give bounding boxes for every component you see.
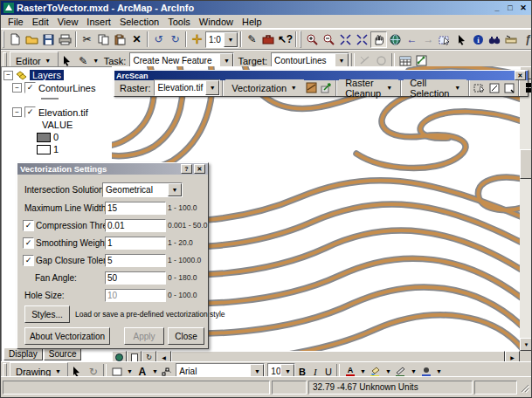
styles-button[interactable]: Styles... <box>24 305 70 323</box>
floppy-disk-icon <box>43 34 54 45</box>
full-extent-button[interactable] <box>387 31 404 48</box>
dialog-close-button[interactable]: Close <box>168 327 204 345</box>
gap-closure-input[interactable] <box>105 254 166 267</box>
toc-item-layers[interactable]: Layers <box>30 70 64 80</box>
chevron-down-icon[interactable]: ▼ <box>224 32 238 47</box>
dialog-help-button[interactable]: ? <box>181 164 192 174</box>
erase-cells-button[interactable] <box>487 81 501 94</box>
close-button[interactable]: ✕ <box>517 3 529 13</box>
about-vectorization-button[interactable]: About Vectorization <box>24 327 110 345</box>
toolbar-separator <box>147 31 149 47</box>
resize-grip-icon[interactable] <box>519 382 529 393</box>
raster-class-0-swatch[interactable] <box>37 133 51 142</box>
add-data-button[interactable]: ✛ <box>189 31 205 48</box>
undo-button[interactable]: ↺ <box>150 31 167 48</box>
compression-threshold-checkbox[interactable]: ✓ <box>23 220 34 231</box>
fan-angle-input[interactable] <box>105 271 166 285</box>
vectorization-settings-dialog[interactable]: Vectorization Settings ? ✕ Intersection … <box>17 162 209 349</box>
print-button[interactable] <box>57 31 73 48</box>
max-line-width-input[interactable] <box>105 202 166 215</box>
arctoolbox-button[interactable] <box>260 31 277 48</box>
menu-file[interactable]: File <box>3 17 28 27</box>
intersection-solution-combobox[interactable]: Geometrical ▼ <box>102 182 183 197</box>
elevation-checkbox[interactable]: ✓ <box>24 106 36 118</box>
zoom-in-button[interactable] <box>304 31 321 48</box>
cell-selection-menu-button[interactable]: Cell Selection ▼ <box>404 79 466 96</box>
select-elements-button[interactable] <box>453 31 470 48</box>
scroll-down-button[interactable]: ▼ <box>520 338 532 351</box>
new-map-button[interactable] <box>7 31 24 48</box>
raster-snapping-button[interactable] <box>522 81 532 94</box>
chevron-down-icon: ▼ <box>289 80 298 95</box>
menu-tools[interactable]: Tools <box>163 17 195 27</box>
editor-toolbar-toggle-button[interactable]: ✎ <box>244 31 260 48</box>
fixed-zoom-in-button[interactable] <box>337 31 354 48</box>
go-back-extent-button[interactable]: ← <box>404 31 420 48</box>
vectorization-menu-button[interactable]: Vectorization ▼ <box>225 79 304 96</box>
paste-button[interactable] <box>112 31 128 48</box>
hyperlink-button[interactable]: ƒ <box>520 31 532 48</box>
pan-button[interactable] <box>370 31 387 48</box>
dialog-title-bar[interactable]: Vectorization Settings ? ✕ <box>17 163 208 175</box>
open-button[interactable] <box>24 31 40 48</box>
menu-insert[interactable]: Insert <box>82 17 115 27</box>
arcscan-close-button[interactable]: ✕ <box>515 71 526 80</box>
tab-display[interactable]: Display <box>3 347 43 360</box>
raster-label: Raster: <box>116 83 154 93</box>
expand-collapse-icon[interactable]: − <box>12 107 22 117</box>
hand-icon <box>373 34 383 45</box>
chevron-down-icon[interactable]: ▼ <box>205 80 219 95</box>
minimize-button[interactable]: _ <box>491 3 503 13</box>
redo-button[interactable]: ↻ <box>167 31 183 48</box>
raster-cleanup-menu-button[interactable]: Raster Cleanup ▼ <box>339 79 398 96</box>
menu-view[interactable]: View <box>53 17 83 27</box>
vertical-scroll-thumb[interactable] <box>520 149 532 179</box>
redo-arrow-icon: ↻ <box>170 34 179 45</box>
menu-window[interactable]: Window <box>195 17 238 27</box>
save-button[interactable] <box>40 31 57 48</box>
smoothing-weight-input[interactable] <box>105 237 166 250</box>
zoom-out-button[interactable] <box>321 31 337 48</box>
coordinates-readout: 32.79 -4.67 Unknown Units <box>308 381 473 395</box>
contourlines-checkbox[interactable]: ✓ <box>24 82 36 93</box>
fixed-zoom-out-button[interactable] <box>354 31 370 48</box>
smoothing-weight-checkbox[interactable]: ✓ <box>23 237 34 249</box>
cut-button[interactable]: ✂ <box>79 31 95 48</box>
copy-button[interactable] <box>95 31 112 48</box>
hole-size-input[interactable] <box>105 289 166 302</box>
vectorization-trace-button[interactable] <box>304 81 319 94</box>
toolbar-grip[interactable] <box>3 31 4 48</box>
identify-button[interactable]: i <box>470 31 487 48</box>
expand-collapse-icon[interactable]: − <box>12 83 22 93</box>
menu-help[interactable]: Help <box>238 17 266 27</box>
measure-button[interactable] <box>503 31 520 48</box>
toc-item-elevation[interactable]: Elevation.tif <box>38 107 88 118</box>
gap-closure-checkbox[interactable]: ✓ <box>23 255 34 266</box>
line-symbol-swatch[interactable] <box>40 97 59 100</box>
chevron-down-icon[interactable]: ▼ <box>168 183 182 196</box>
arcscan-toolbar[interactable]: ArcScan ✕ Raster: Elevation.tif ▼ Vector… <box>114 70 529 97</box>
find-button[interactable] <box>487 31 503 48</box>
title-bar[interactable]: RasterToVector.mxd - ArcMap - ArcInfo _ … <box>1 1 531 15</box>
tab-source[interactable]: Source <box>44 347 82 360</box>
select-connected-cells-button[interactable] <box>472 81 487 94</box>
magic-erase-button[interactable] <box>501 81 516 94</box>
go-forward-extent-button[interactable]: → <box>420 31 437 48</box>
expand-collapse-icon[interactable]: − <box>3 71 13 80</box>
map-scale-combobox[interactable]: 1:0 ▼ <box>205 31 238 48</box>
whats-this-button[interactable]: ↖? <box>277 31 294 48</box>
select-features-icon <box>439 34 451 45</box>
vertical-scrollbar[interactable]: ▲ ▼ <box>520 66 531 351</box>
menu-selection[interactable]: Selection <box>115 17 163 27</box>
menu-edit[interactable]: Edit <box>28 17 53 27</box>
maximize-button[interactable]: □ <box>504 3 516 13</box>
raster-class-1-swatch[interactable] <box>37 145 51 154</box>
generate-features-button[interactable] <box>319 81 334 94</box>
toc-item-contourlines[interactable]: ContourLines <box>38 83 95 93</box>
raster-combobox[interactable]: Elevation.tif ▼ <box>154 79 220 96</box>
toolbar-grip[interactable] <box>300 31 301 48</box>
compression-threshold-input[interactable] <box>105 219 166 232</box>
select-features-button[interactable] <box>437 31 453 48</box>
dialog-close-x-button[interactable]: ✕ <box>194 164 205 174</box>
delete-button[interactable]: ✕ <box>128 31 145 48</box>
